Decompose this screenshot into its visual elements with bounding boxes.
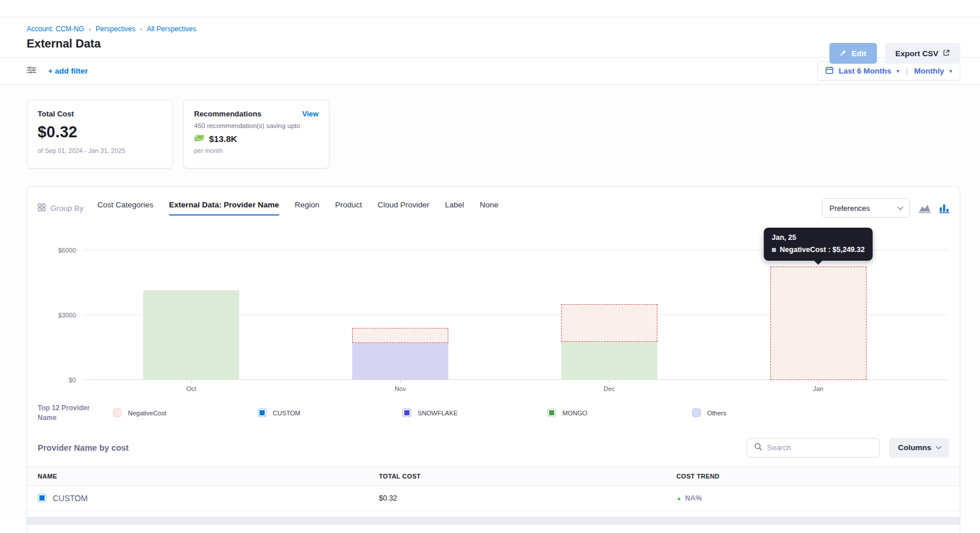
table-title: Provider Name by cost [38,443,747,452]
x-axis-label: Jan [813,385,824,392]
pencil-icon [840,49,847,58]
tooltip-series-bullet-icon [771,248,776,252]
bar-segment-negativecost[interactable] [352,328,448,343]
recommendations-savings: $13.8K [209,134,237,144]
tab-product[interactable]: Product [335,200,362,216]
export-csv-button[interactable]: Export CSV [885,43,960,64]
recommendations-per-month: per month [194,147,319,154]
tab-cloud-provider[interactable]: Cloud Provider [378,200,429,216]
y-axis-tick: $6000 [58,247,76,254]
bar-segment-others[interactable] [352,343,448,380]
breadcrumb-account[interactable]: Account: CCM-NG [27,25,84,33]
next-row-partial [27,517,960,525]
column-header-cost-trend[interactable]: COST TREND [666,466,960,485]
bar-segment-negativecost[interactable] [770,266,866,380]
table-header-row: NAMETOTAL COSTCOST TREND [27,466,960,485]
legend-title: Top 12 Provider Name [38,403,107,423]
row-total-cost: $0.32 [368,485,666,510]
cost-chart: $0$3000$6000OctNovDecJanJan, 25NegativeC… [27,225,960,399]
columns-button[interactable]: Columns [889,438,949,458]
bar-nov[interactable] [352,250,448,380]
calendar-icon [825,66,833,76]
recommendations-subtitle: 450 recommendation(s) saving upto [194,122,319,129]
table-row[interactable]: CUSTOM$0.32▲NA% [27,485,960,510]
breadcrumb-perspectives[interactable]: Perspectives [96,25,136,33]
legend-swatch-icon [113,408,122,417]
grid-icon [38,203,46,213]
legend-item-label: CUSTOM [273,410,300,417]
chevron-down-icon: ▾ [949,68,952,74]
x-axis-label: Dec [604,385,615,392]
bar-oct[interactable] [143,250,239,380]
columns-button-label: Columns [898,443,931,452]
divider: | [906,67,908,75]
tab-label[interactable]: Label [445,200,464,216]
groupby-tabs: Cost CategoriesExternal Data: Provider N… [97,200,499,216]
legend-swatch-icon [547,408,556,417]
total-cost-label: Total Cost [38,109,162,118]
chart-legend: Top 12 Provider Name NegativeCostCUSTOMS… [38,400,949,433]
total-cost-period: of Sep 01, 2024 - Jan 31, 2025 [38,147,162,154]
page-header: Account: CCM-NG › Perspectives › All Per… [0,17,980,58]
bar-segment-mongo[interactable] [561,342,657,380]
money-icon [194,133,205,144]
total-cost-card: Total Cost $0.32 of Sep 01, 2024 - Jan 3… [27,100,173,169]
bar-jan[interactable] [770,250,866,380]
window-top-rule [0,0,980,17]
legend-items: NegativeCostCUSTOMSNOWFLAKEMONGOOthers [113,408,949,417]
add-filter-button[interactable]: + add filter [48,67,88,75]
search-icon [754,443,762,453]
chart-columns: OctNovDecJanJan, 25NegativeCost : $5,249… [87,250,923,380]
bar-segment-negativecost[interactable] [561,304,657,342]
search-input[interactable] [767,443,872,452]
content-area: Total Cost $0.32 of Sep 01, 2024 - Jan 3… [0,85,980,517]
table-head: NAMETOTAL COSTCOST TREND [27,466,960,485]
legend-item-custom[interactable]: CUSTOM [258,408,403,417]
chart-column-dec: Dec [505,250,714,380]
total-cost-value: $0.32 [38,123,162,141]
table-search[interactable] [747,438,880,458]
granularity-label: Monthly [914,67,944,75]
legend-swatch-icon [258,408,266,417]
column-header-total-cost[interactable]: TOTAL COST [368,466,666,485]
tab-cost-categories[interactable]: Cost Categories [97,200,153,216]
filter-left: + add filter [27,66,88,76]
legend-item-label: NegativeCost [128,410,166,417]
legend-item-negativecost[interactable]: NegativeCost [113,408,258,417]
date-range-label: Last 6 Months [839,67,891,75]
row-cost-trend: ▲NA% [677,494,949,502]
legend-item-snowflake[interactable]: SNOWFLAKE [403,408,547,417]
tooltip-line: NegativeCost : $5,249.32 [771,246,865,254]
legend-item-mongo[interactable]: MONGO [547,408,692,417]
legend-item-label: Others [707,410,726,417]
preferences-label: Preferences [829,204,870,213]
bar-dec[interactable] [561,250,657,380]
column-header-name[interactable]: NAME [27,466,368,485]
x-axis-label: Oct [187,385,196,392]
tab-region[interactable]: Region [295,200,320,216]
date-range-control[interactable]: Last 6 Months ▾ | Monthly ▾ [817,61,960,81]
tab-none[interactable]: None [480,200,498,216]
bar-segment-mongo[interactable] [143,290,239,380]
area-chart-icon[interactable] [919,203,931,213]
breadcrumb-all-perspectives[interactable]: All Perspectives [147,25,196,33]
recommendations-view-link[interactable]: View [302,110,319,118]
filter-sliders-icon[interactable] [27,66,36,76]
preferences-dropdown[interactable]: Preferences [822,198,910,218]
edit-button-label: Edit [851,49,866,58]
group-by-row: Group By Cost CategoriesExternal Data: P… [27,187,960,222]
edit-button[interactable]: Edit [829,43,877,64]
summary-cards-row: Total Cost $0.32 of Sep 01, 2024 - Jan 3… [27,100,960,169]
tooltip-title: Jan, 25 [771,233,865,242]
trend-up-icon: ▲ [677,495,682,501]
tab-external-data-provider-name[interactable]: External Data: Provider Name [169,200,279,216]
row-name-label: CUSTOM [53,494,87,503]
header-actions: Edit Export CSV [829,43,960,64]
group-by-label: Group By [50,204,83,213]
provider-cost-table: NAMETOTAL COSTCOST TREND CUSTOM$0.32▲NA% [27,466,960,511]
y-axis-tick: $3000 [58,312,76,319]
bar-chart-icon[interactable] [939,203,949,213]
legend-item-others[interactable]: Others [692,408,837,417]
table-toolbar: Provider Name by cost Columns [38,438,949,458]
tooltip-value: NegativeCost : $5,249.32 [780,246,865,254]
